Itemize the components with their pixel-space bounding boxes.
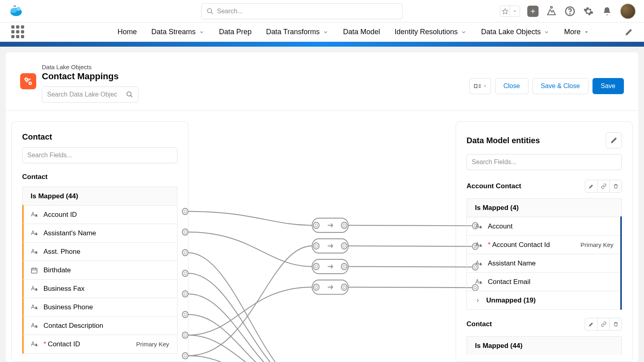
field-row[interactable]: aAccount (467, 217, 621, 235)
field-label: Account ID (43, 211, 77, 219)
target-field-list: aAccount a*Account Contact IdPrimary Key… (466, 217, 622, 310)
target-mapped-header[interactable]: Is Mapped (4) (466, 198, 622, 217)
nav-data-prep[interactable]: Data Prep (219, 28, 252, 36)
svg-rect-13 (474, 84, 477, 88)
target-mapped-header-2[interactable]: Is Mapped (44) (466, 336, 622, 355)
required-marker: * (488, 241, 491, 249)
source-field-list: aAccount ID aAssistant's Name aAsst. Pho… (22, 205, 178, 354)
dlo-search[interactable] (42, 86, 138, 103)
field-row[interactable]: a*Account Contact IdPrimary Key (467, 235, 621, 254)
svg-point-10 (29, 82, 31, 84)
source-mapped-header[interactable]: Is Mapped (44) (22, 187, 178, 205)
field-row[interactable]: aAssistant's Name (23, 224, 177, 242)
field-row[interactable]: aContact Email (467, 272, 621, 291)
entity-name: Account Contact (466, 182, 521, 190)
text-type-icon: a (31, 212, 39, 218)
delete-entity-button[interactable] (609, 180, 621, 192)
caret-down-icon (584, 29, 589, 35)
link-entity-button[interactable] (597, 180, 609, 192)
svg-point-8 (570, 13, 570, 14)
nav-home[interactable]: Home (118, 28, 137, 36)
global-search-input[interactable] (217, 8, 397, 15)
search-icon (206, 8, 214, 15)
target-panel: Data Model entities Account Contact Is M… (456, 121, 633, 362)
notifications-icon[interactable] (601, 6, 613, 17)
nav-label: More (564, 28, 580, 36)
primary-key-badge: Primary Key (580, 241, 613, 248)
edit-nav-icon[interactable] (625, 28, 633, 36)
text-type-icon: a (31, 341, 39, 348)
source-title: Contact (22, 132, 178, 142)
user-avatar[interactable] (620, 3, 636, 19)
text-type-icon: a (31, 286, 39, 292)
primary-key-badge: Primary Key (136, 341, 169, 348)
favorites-menu[interactable] (500, 6, 520, 17)
delete-entity-button[interactable] (609, 318, 621, 330)
unmapped-toggle[interactable]: Unmapped (19) (467, 291, 621, 309)
save-and-close-button[interactable]: Save & Close (533, 78, 588, 94)
edit-entity-button[interactable] (585, 180, 597, 192)
trailhead-icon[interactable] (546, 6, 557, 17)
global-search[interactable] (201, 3, 402, 19)
field-row[interactable]: aContact Description (23, 316, 177, 335)
source-field-search-input[interactable] (27, 152, 172, 159)
target-field-search[interactable] (466, 154, 622, 170)
text-type-icon: a (475, 260, 483, 267)
chevron-down-icon[interactable] (510, 6, 520, 16)
text-type-icon: a (475, 279, 483, 285)
field-row[interactable]: aAsst. Phone (23, 242, 177, 261)
field-row[interactable]: aBusiness Phone (23, 298, 177, 316)
field-row[interactable]: a*Contact IDPrimary Key (23, 335, 177, 353)
star-icon[interactable] (500, 6, 510, 16)
svg-point-1 (10, 8, 17, 13)
field-label: Contact Email (488, 278, 530, 286)
salesforce-logo[interactable] (8, 3, 24, 19)
help-icon[interactable] (564, 6, 576, 17)
layout-toggle-button[interactable] (469, 78, 491, 94)
chevron-down-icon (199, 29, 204, 35)
dlo-search-input[interactable] (47, 91, 126, 98)
global-add-button[interactable] (527, 6, 539, 17)
field-label: Birthdate (43, 266, 71, 274)
svg-point-2 (17, 7, 21, 11)
nav-data-streams[interactable]: Data Streams (151, 28, 204, 36)
svg-text:a: a (35, 232, 37, 235)
field-label: Account (488, 222, 512, 230)
link-entity-button[interactable] (597, 318, 609, 330)
field-label: Business Fax (43, 285, 85, 293)
svg-point-9 (25, 78, 27, 80)
edit-entities-button[interactable] (606, 132, 622, 148)
nav-data-model[interactable]: Data Model (343, 28, 380, 36)
source-field-search[interactable] (22, 147, 178, 163)
field-row[interactable]: aAccount ID (23, 205, 177, 224)
svg-text:a: a (480, 225, 482, 228)
field-row[interactable]: Birthdate (23, 261, 177, 279)
settings-icon[interactable] (583, 6, 594, 17)
chevron-down-icon (544, 29, 549, 35)
app-launcher[interactable] (11, 25, 25, 39)
svg-text:a: a (35, 306, 37, 309)
svg-text:a: a (35, 250, 37, 254)
svg-text:a: a (35, 213, 37, 217)
nav-label: Data Lake Objects (481, 28, 541, 36)
edit-entity-button[interactable] (585, 318, 597, 330)
nav-label: Data Transforms (266, 28, 320, 36)
nav-data-lake-objects[interactable]: Data Lake Objects (481, 28, 549, 36)
page-title: Contact Mappings (42, 71, 138, 82)
nav-label: Data Model (343, 28, 380, 36)
svg-text:a: a (35, 343, 37, 346)
field-label: Asst. Phone (43, 248, 80, 256)
nav-data-transforms[interactable]: Data Transforms (266, 28, 328, 36)
chevron-right-icon (475, 298, 481, 303)
field-row[interactable]: aBusiness Fax (23, 279, 177, 298)
required-marker: * (43, 340, 46, 348)
target-field-search-input[interactable] (472, 158, 617, 166)
save-button[interactable]: Save (592, 78, 624, 94)
nav-more[interactable]: More (564, 28, 589, 36)
nav-identity-resolutions[interactable]: Identity Resolutions (394, 28, 466, 36)
field-label: Assistant's Name (43, 229, 96, 237)
close-button[interactable]: Close (495, 78, 528, 94)
source-panel: Contact Contact Is Mapped (44) aAccount … (11, 121, 188, 362)
field-row[interactable]: aAssistant Name (467, 254, 621, 272)
svg-text:a: a (480, 280, 482, 284)
